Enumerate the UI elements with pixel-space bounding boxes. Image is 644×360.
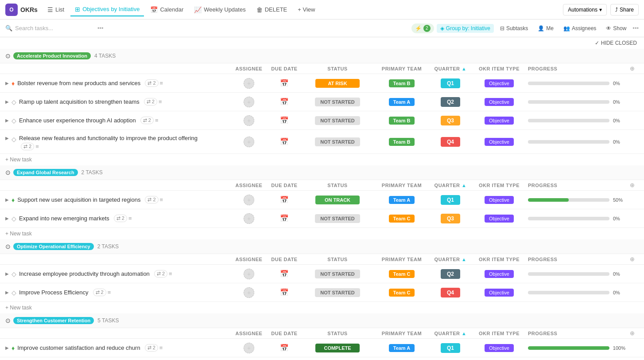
calendar-icon[interactable]: 📅 xyxy=(280,214,289,223)
status-badge[interactable]: ON TRACK xyxy=(315,196,360,204)
task-badge-count[interactable]: ⇄ 2 xyxy=(154,270,167,278)
team-badge[interactable]: Team A xyxy=(389,344,415,352)
new-task-button-1[interactable]: + New task xyxy=(0,154,644,165)
calendar-icon[interactable]: 📅 xyxy=(280,288,289,297)
filter-badge[interactable]: ⚡ 2 xyxy=(411,23,434,33)
quarter-sort-icon-4[interactable]: ▲ xyxy=(462,331,466,336)
task-badge-count[interactable]: ⇄ 2 xyxy=(140,117,154,124)
okr-badge[interactable]: Objective xyxy=(485,138,514,146)
assignee-avatar[interactable]: + xyxy=(244,343,254,353)
expand-arrow[interactable]: ▶ xyxy=(5,136,9,141)
team-badge[interactable]: Team A xyxy=(389,196,415,204)
task-menu-icon[interactable]: ≡ xyxy=(169,270,172,277)
assignee-avatar[interactable]: + xyxy=(244,137,254,147)
team-badge[interactable]: Team C xyxy=(389,215,415,223)
subtasks-button[interactable]: ⊟ Subtasks xyxy=(497,24,531,33)
assignee-avatar[interactable]: + xyxy=(244,78,254,89)
task-menu-icon[interactable]: ≡ xyxy=(128,215,132,222)
expand-arrow[interactable]: ▶ xyxy=(5,345,9,350)
okr-badge[interactable]: Objective xyxy=(485,270,514,278)
task-menu-icon[interactable]: ≡ xyxy=(160,80,163,86)
okr-badge[interactable]: Objective xyxy=(485,196,514,204)
show-button[interactable]: 👁 Show xyxy=(602,24,630,33)
okr-badge[interactable]: Objective xyxy=(485,215,514,223)
task-menu-icon[interactable]: ≡ xyxy=(160,196,163,203)
calendar-icon[interactable]: 📅 xyxy=(280,98,289,106)
task-badge-count[interactable]: ⇄ 2 xyxy=(145,344,158,352)
group-toggle-optimize[interactable]: ⊙ xyxy=(5,243,11,250)
team-badge[interactable]: Team C xyxy=(389,270,415,278)
status-badge[interactable]: NOT STARTED xyxy=(315,288,360,297)
quarter-sort-icon[interactable]: ▲ xyxy=(462,66,466,71)
status-badge[interactable]: NOT STARTED xyxy=(315,137,360,146)
quarter-badge[interactable]: Q1 xyxy=(441,195,460,205)
quarter-badge[interactable]: Q4 xyxy=(441,288,460,297)
tab-weekly-updates[interactable]: 📈 Weekly Updates xyxy=(190,4,250,16)
team-badge[interactable]: Team B xyxy=(389,79,415,87)
task-badge-count[interactable]: ⇄ 2 xyxy=(114,215,127,222)
task-title[interactable]: Ramp up talent acquisition to strengthen… xyxy=(19,98,140,105)
status-badge[interactable]: NOT STARTED xyxy=(315,270,360,278)
assignee-avatar[interactable]: + xyxy=(244,195,254,205)
more-toolbar-icon[interactable]: ••• xyxy=(632,25,639,31)
tab-delete[interactable]: 🗑 DELETE xyxy=(252,4,292,16)
group-toggle-strengthen[interactable]: ⊙ xyxy=(5,317,11,324)
calendar-icon[interactable]: 📅 xyxy=(280,116,289,125)
me-button[interactable]: 👤 Me xyxy=(534,24,557,33)
team-badge[interactable]: Team A xyxy=(389,98,415,106)
add-column-btn-4[interactable]: ⊕ xyxy=(625,330,639,337)
okr-badge[interactable]: Objective xyxy=(485,98,514,106)
status-badge[interactable]: NOT STARTED xyxy=(315,214,360,223)
task-title[interactable]: Support new user acquisition in targeted… xyxy=(17,196,140,203)
task-menu-icon[interactable]: ≡ xyxy=(155,117,159,124)
add-column-btn-3[interactable]: ⊕ xyxy=(625,256,639,262)
calendar-icon[interactable]: 📅 xyxy=(280,270,289,278)
task-title[interactable]: Improve customer satisfaction and reduce… xyxy=(17,344,140,351)
search-box[interactable]: 🔍 Search tasks... xyxy=(5,25,94,31)
task-badge-count[interactable]: ⇄ 2 xyxy=(145,196,158,203)
quarter-badge[interactable]: Q1 xyxy=(441,78,460,88)
assignee-avatar[interactable]: + xyxy=(244,213,254,224)
task-title[interactable]: Enhance user experience through AI adopt… xyxy=(19,117,136,124)
group-by-button[interactable]: ◈ Group by: Initiative xyxy=(437,24,494,33)
calendar-icon[interactable]: 📅 xyxy=(280,196,289,204)
quarter-badge[interactable]: Q1 xyxy=(441,343,460,353)
add-column-btn[interactable]: ⊕ xyxy=(625,65,639,72)
calendar-icon[interactable]: 📅 xyxy=(280,137,289,146)
tab-calendar[interactable]: 📅 Calendar xyxy=(146,4,188,16)
tab-add-view[interactable]: + View xyxy=(293,4,319,16)
status-badge[interactable]: AT RISK xyxy=(315,79,360,88)
task-badge-count[interactable]: ⇄ 2 xyxy=(144,98,157,106)
task-menu-icon[interactable]: ≡ xyxy=(35,143,39,150)
assignees-button[interactable]: 👥 Assignees xyxy=(560,24,600,33)
quarter-badge[interactable]: Q3 xyxy=(441,214,460,223)
quarter-badge[interactable]: Q2 xyxy=(441,97,460,107)
expand-arrow[interactable]: ▶ xyxy=(5,290,9,295)
quarter-badge[interactable]: Q2 xyxy=(441,269,460,279)
team-badge[interactable]: Team B xyxy=(389,117,415,125)
quarter-sort-icon-3[interactable]: ▲ xyxy=(462,257,466,262)
more-options-icon[interactable]: ••• xyxy=(97,25,104,31)
expand-arrow[interactable]: ▶ xyxy=(5,118,9,123)
automations-button[interactable]: Automations ▾ xyxy=(563,4,607,16)
group-toggle-accelerate[interactable]: ⊙ xyxy=(5,52,11,59)
expand-arrow[interactable]: ▶ xyxy=(5,216,9,221)
team-badge[interactable]: Team B xyxy=(389,138,415,146)
task-title[interactable]: Release new features and functionality t… xyxy=(19,135,198,141)
task-badge-count[interactable]: ⇄ 2 xyxy=(21,143,34,150)
task-menu-icon[interactable]: ≡ xyxy=(108,289,111,296)
status-badge[interactable]: NOT STARTED xyxy=(315,98,360,106)
expand-arrow[interactable]: ▶ xyxy=(5,81,9,86)
new-task-button-2[interactable]: + New task xyxy=(0,228,644,239)
calendar-icon[interactable]: 📅 xyxy=(280,344,289,352)
assignee-avatar[interactable]: + xyxy=(244,269,254,279)
quarter-sort-icon-2[interactable]: ▲ xyxy=(462,183,466,188)
expand-arrow[interactable]: ▶ xyxy=(5,197,9,202)
tab-list[interactable]: ☰ List xyxy=(43,4,69,16)
status-badge[interactable]: NOT STARTED xyxy=(315,116,360,125)
task-title[interactable]: Bolster revenue from new products and se… xyxy=(17,80,140,86)
task-menu-icon[interactable]: ≡ xyxy=(159,344,163,351)
okr-badge[interactable]: Objective xyxy=(485,117,514,125)
task-badge-count[interactable]: ⇄ 2 xyxy=(93,289,106,296)
calendar-icon[interactable]: 📅 xyxy=(280,79,289,87)
